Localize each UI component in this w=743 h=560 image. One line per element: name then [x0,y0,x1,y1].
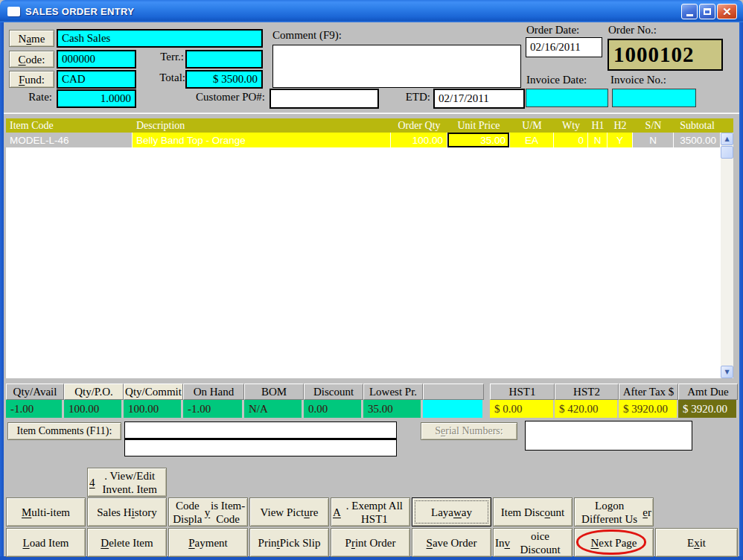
multi-item-button[interactable]: Multi-item [6,497,86,526]
item-comments-line1[interactable] [124,421,397,439]
col-header-subtotal: Subtotal [674,118,721,133]
col-header-h1: H1 [588,118,608,133]
col-header-h2: H2 [608,118,633,133]
minimize-button[interactable] [681,4,698,19]
payment-button[interactable]: Payment [168,528,248,557]
cell-unit-price[interactable]: 35.00 [447,133,510,147]
cell-description[interactable]: Belly Band Top - Orange [133,133,391,147]
item-comments-button[interactable]: Item Comments (F11): [7,422,121,440]
save-order-button[interactable]: Save Order [412,528,491,557]
scroll-up-button[interactable]: ▲ [721,133,733,145]
cell-h1[interactable]: N [588,133,608,147]
titlebar[interactable]: SALES ORDER ENTRY [0,0,743,22]
rate-label: Rate: [15,91,52,104]
next-page-button[interactable]: Next Page [574,528,654,557]
logon-different-user-button[interactable]: Logon Different User [574,497,654,526]
col-header-description: Description [133,118,391,133]
summary-value-on-hand: -1.00 [183,400,244,418]
sales-order-entry-window: SALES ORDER ENTRY ✕ Name Cash Sales Comm… [0,0,743,560]
fund-button[interactable]: Fund: [9,71,54,88]
minimize-icon [686,14,693,16]
summary-header-qty-po[interactable]: Qty/P.O. [64,384,124,400]
print-pick-slip-button[interactable]: Print Pick Slip [249,528,329,557]
customer-name-field[interactable]: Cash Sales [57,29,263,48]
summary-header-hst1: HST1 [490,384,555,400]
invoice-no-field[interactable] [612,89,696,107]
name-button[interactable]: Name [9,30,54,47]
etd-field[interactable]: 02/17/2011 [433,89,525,109]
summary-header-hst2: HST2 [555,384,619,400]
cell-subtotal[interactable]: 3500.00 [674,133,721,147]
summary-header-discount: Discount [304,384,363,400]
summary-header-lowest-pr: Lowest Pr. [363,384,423,400]
serial-numbers-box[interactable] [525,421,692,451]
print-order-button[interactable]: Print Order [331,528,410,557]
summary-value-bom: N/A [244,400,304,418]
load-item-button[interactable]: Load Item [6,528,86,557]
invoice-date-label: Invoice Date: [526,74,587,86]
item-grid-header: Item Code Description Order Qty Unit Pri… [6,118,733,133]
invoice-discount-button[interactable]: Invoice Discount [493,528,573,557]
rate-field[interactable]: 1.0000 [57,89,136,108]
code-button[interactable]: Code: [9,51,54,68]
cell-item-code[interactable]: MODEL-L-46 [6,133,133,147]
col-header-item-code: Item Code [6,118,133,133]
order-no-field: 1000102 [608,39,723,71]
col-header-sn: S/N [633,118,674,133]
scroll-thumb[interactable] [721,146,733,159]
total-value-hst1: $ 0.00 [490,400,555,418]
summary-header-qty-avail: Qty/Avail [6,384,64,400]
maximize-icon [704,8,711,15]
item-comments-line2[interactable] [124,439,397,456]
form-grid-separator [4,112,739,114]
terr-field[interactable] [185,50,263,69]
cell-order-qty[interactable]: 100.00 [391,133,447,147]
exempt-all-hst1-button[interactable]: A. Exempt All HST1 [331,497,410,526]
maximize-button[interactable] [699,4,715,19]
serial-numbers-button: Serial Numbers: [421,422,517,440]
total-label: Total: [153,71,185,84]
view-picture-button[interactable]: View Picture [249,497,329,526]
window-icon [7,7,20,16]
total-value-after-tax: $ 3920.00 [619,400,678,418]
code-display-button[interactable]: Code Display is Item-Code [168,497,248,526]
total-value-hst2: $ 420.00 [555,400,619,418]
summary-value-lowest-pr: 35.00 [363,400,423,418]
order-no-label: Order No.: [608,24,657,36]
exit-button[interactable]: Exit [655,528,738,557]
scroll-up-icon: ▲ [724,136,729,142]
summary-value-blank [423,400,482,418]
total-value-amt-due: $ 3920.00 [678,400,738,418]
customer-code-field[interactable]: 000000 [57,50,136,69]
window-title: SALES ORDER ENTRY [25,6,134,17]
item-row[interactable]: MODEL-L-46 Belly Band Top - Orange 100.0… [6,133,733,147]
summary-value-qty-commit: 100.00 [124,400,183,418]
invoice-date-field[interactable] [526,89,608,107]
item-discount-button[interactable]: Item Discount [493,497,573,526]
fund-field[interactable]: CAD [57,70,136,89]
summary-header-qty-commit[interactable]: Qty/Commit [124,384,183,400]
order-date-field[interactable]: 02/16/2011 [526,37,602,57]
etd-label: ETD: [402,91,430,104]
order-date-label: Order Date: [526,24,579,36]
cell-h2[interactable]: Y [608,133,633,147]
layaway-button[interactable]: Layaway [412,497,491,526]
summary-header-bom: BOM [244,384,304,400]
sales-history-button[interactable]: Sales History [87,497,167,526]
summary-header-amt-due: Amt Due [678,384,738,400]
grid-scrollbar[interactable]: ▲ ▼ [721,133,733,378]
terr-label: Terr.: [153,51,184,63]
item-grid: Item Code Description Order Qty Unit Pri… [6,118,733,378]
cell-um[interactable]: EA [510,133,554,147]
scroll-down-button[interactable]: ▼ [721,366,733,378]
window-border-left [0,22,4,560]
close-button[interactable]: ✕ [717,4,737,19]
cell-wty[interactable]: 0 [554,133,588,147]
delete-item-button[interactable]: Delete Item [87,528,167,557]
summary-value-qty-po: 100.00 [64,400,124,418]
customer-po-field[interactable] [270,89,379,109]
view-edit-invent-item-button[interactable]: 4. View/Edit Invent. Item [87,468,167,497]
comment-textarea[interactable] [272,45,521,88]
cell-sn[interactable]: N [633,133,674,147]
total-field: $ 3500.00 [185,70,263,89]
